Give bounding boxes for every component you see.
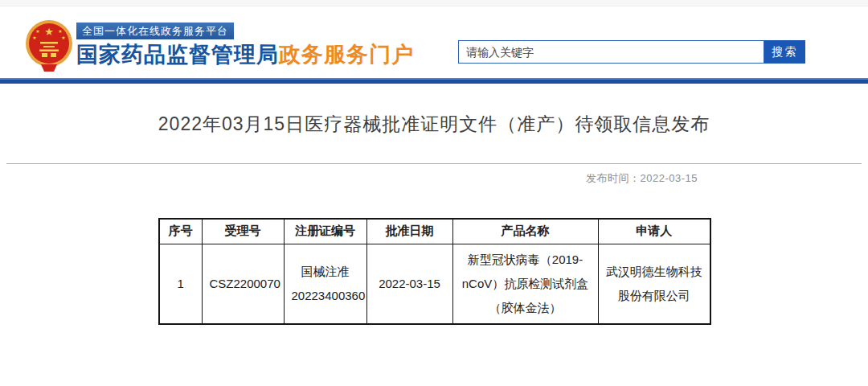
- page-root: ★ ★ ★ ★ ★ 全国一体化在线政务服务平台 国家药品监督管理局政务服务门户 …: [0, 0, 868, 386]
- publish-date: 2022-03-15: [641, 172, 698, 184]
- national-emblem-icon: ★ ★ ★ ★ ★: [24, 17, 74, 73]
- col-header-product-name: 产品名称: [452, 219, 598, 244]
- article-title: 2022年03月15日医疗器械批准证明文件（准产）待领取信息发布: [0, 112, 868, 137]
- content-divider: [6, 163, 862, 164]
- svg-text:★: ★: [35, 29, 39, 34]
- site-name: 国家药品监督管理局: [76, 43, 279, 67]
- site-title: 国家药品监督管理局政务服务门户: [76, 41, 414, 68]
- col-header-approval-date: 批准日期: [366, 219, 452, 244]
- svg-text:★: ★: [58, 29, 62, 34]
- svg-text:★: ★: [61, 35, 65, 40]
- publish-time-label: 发布时间：: [586, 172, 641, 184]
- search-button[interactable]: 搜索: [764, 40, 805, 64]
- col-header-seq: 序号: [159, 219, 202, 244]
- cell-approval-date: 2022-03-15: [366, 244, 452, 324]
- col-header-registration-no: 注册证编号: [284, 219, 366, 244]
- svg-text:★: ★: [44, 26, 54, 38]
- col-header-acceptance-no: 受理号: [202, 219, 284, 244]
- top-strip: [0, 0, 868, 6]
- cell-applicant: 武汉明德生物科技股份有限公司: [598, 244, 710, 324]
- site-header: ★ ★ ★ ★ ★ 全国一体化在线政务服务平台 国家药品监督管理局政务服务门户 …: [0, 7, 868, 78]
- cell-acceptance-no: CSZ2200070: [202, 244, 284, 324]
- publish-time: 发布时间：2022-03-15: [0, 171, 868, 186]
- search-input[interactable]: [458, 40, 764, 64]
- table-row: 1 CSZ2200070 国械注准 20223400360 2022-03-15…: [159, 244, 710, 324]
- platform-badge: 全国一体化在线政务服务平台: [76, 23, 234, 39]
- portal-suffix: 政务服务门户: [279, 43, 414, 67]
- svg-text:★: ★: [32, 35, 36, 40]
- header-divider-bar: [0, 78, 868, 84]
- table-header-row: 序号 受理号 注册证编号 批准日期 产品名称 申请人: [159, 219, 710, 244]
- col-header-applicant: 申请人: [598, 219, 710, 244]
- cell-seq: 1: [159, 244, 202, 324]
- approval-table: 序号 受理号 注册证编号 批准日期 产品名称 申请人 1 CSZ2200070 …: [158, 218, 711, 325]
- cell-product-name: 新型冠状病毒（2019-nCoV）抗原检测试剂盒（胶体金法）: [452, 244, 598, 324]
- cell-registration-no: 国械注准 20223400360: [284, 244, 366, 324]
